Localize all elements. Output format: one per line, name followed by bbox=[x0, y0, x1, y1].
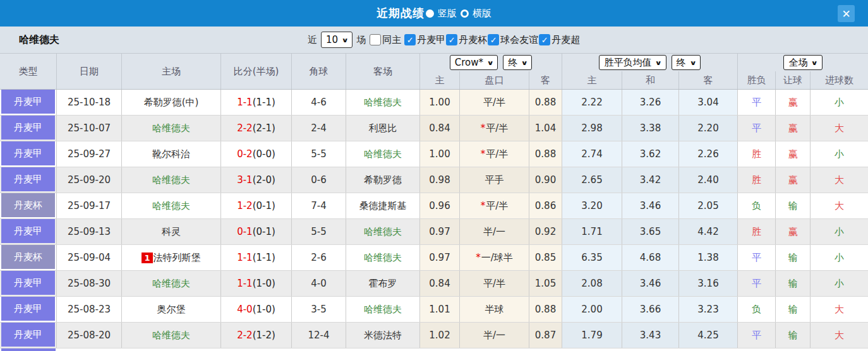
chevron-down-icon: ∨ bbox=[341, 37, 348, 44]
checkbox-checked-icon[interactable]: ✓ bbox=[488, 34, 499, 45]
sub-header-goals: 进球数 bbox=[811, 71, 868, 89]
outcome-result: 胜 bbox=[738, 167, 776, 193]
avg-away-odds: 3.23 bbox=[679, 297, 738, 322]
outcome-result: 胜 bbox=[738, 141, 776, 167]
avg-away-odds: 3.04 bbox=[679, 90, 738, 115]
let-away-odds: 1.05 bbox=[529, 271, 562, 296]
let-home-odds: 0.97 bbox=[420, 245, 460, 270]
league-type-cell: 丹麦杯 bbox=[0, 193, 57, 218]
matches-label: 场 bbox=[356, 34, 366, 46]
handicap-line: 平手 bbox=[460, 167, 529, 193]
home-team: 希勒罗德(中) bbox=[122, 90, 221, 115]
corner-score: 7-4 bbox=[292, 193, 346, 218]
sub-header-avg-home: 主 bbox=[562, 71, 622, 89]
away-team: 米德法特 bbox=[346, 323, 420, 348]
avg-draw-odds: 3.66 bbox=[622, 297, 679, 322]
checkbox-unchecked-icon[interactable] bbox=[370, 34, 381, 45]
radio-horizontal-icon[interactable] bbox=[461, 9, 469, 18]
handicap-result: 输 bbox=[776, 271, 811, 296]
avg-away-odds: 4.25 bbox=[679, 323, 738, 348]
league-filter-0: 同主 bbox=[370, 34, 401, 46]
league-filter-label: 丹麦甲 bbox=[417, 34, 445, 46]
home-team: 1法特列斯堡 bbox=[122, 245, 221, 270]
let-home-odds: 0.97 bbox=[420, 219, 460, 244]
match-date: 25-09-13 bbox=[57, 219, 122, 244]
chevron-down-icon: ∨ bbox=[811, 59, 818, 66]
avg-home-odds: 2.08 bbox=[562, 271, 622, 296]
scope-select[interactable]: 全场∨ bbox=[783, 55, 822, 70]
let-away-odds: 0.86 bbox=[529, 193, 562, 218]
match-date: 25-08-20 bbox=[57, 323, 122, 348]
league-type-badge: 丹麦甲 bbox=[1, 141, 55, 165]
avg-draw-odds: 3.65 bbox=[622, 219, 679, 244]
sub-header-avg-away: 客 bbox=[679, 71, 738, 89]
score-cell: 2-2(2-1) bbox=[221, 116, 292, 141]
let-away-odds: 0.90 bbox=[529, 167, 562, 193]
table-row: 丹麦甲25-08-23奥尔堡4-0(1-0)3-5哈维德夫1.01半球0.882… bbox=[0, 297, 868, 323]
avg-home-odds: 1.71 bbox=[562, 219, 622, 244]
let-away-odds: 1.04 bbox=[529, 116, 562, 141]
score-cell: 2-2(1-2) bbox=[221, 323, 292, 348]
table-row: 丹麦甲25-08-20哈维德夫2-2(1-2)12-4米德法特1.02半/一0.… bbox=[0, 323, 868, 348]
recent-count-select[interactable]: 10∨ bbox=[321, 32, 353, 48]
handicap-result: 赢 bbox=[776, 167, 811, 193]
odds-time-select-1[interactable]: 终∨ bbox=[503, 55, 532, 70]
sub-header-let-home: 主 bbox=[420, 71, 460, 89]
league-type-cell: 丹麦甲 bbox=[0, 141, 57, 167]
chevron-down-icon: ∨ bbox=[655, 59, 662, 66]
let-away-odds: 0.88 bbox=[529, 297, 562, 322]
home-team: 哈维德夫 bbox=[122, 193, 221, 218]
sub-header-let-away: 客 bbox=[529, 71, 562, 89]
results-table: 类型 日期 主场 比分(半场) 角球 客场 Crow*∨ 终∨ 胜平负均值∨ bbox=[0, 53, 868, 351]
score-cell: 3-1(2-0) bbox=[221, 167, 292, 193]
let-home-odds: 0.96 bbox=[420, 193, 460, 218]
league-filter-2: ✓丹麦杯 bbox=[446, 34, 487, 46]
radio-horizontal-label[interactable]: 横版 bbox=[473, 8, 491, 20]
table-row: 丹麦甲25-09-27靴尔科治0-2(0-0)5-5哈维德夫1.00*平/半0.… bbox=[0, 141, 868, 167]
avg-odds-select[interactable]: 胜平负均值∨ bbox=[599, 55, 666, 70]
avg-away-odds: 2.05 bbox=[679, 193, 738, 218]
table-row: 丹麦甲25-10-18希勒罗德(中)1-1(1-1)4-6哈维德夫1.00平/半… bbox=[0, 90, 868, 116]
odds-time-select-2[interactable]: 终∨ bbox=[672, 55, 701, 70]
match-date: 25-09-17 bbox=[57, 193, 122, 218]
odds-company-select[interactable]: Crow*∨ bbox=[450, 55, 498, 70]
chevron-down-icon: ∨ bbox=[689, 59, 696, 66]
let-home-odds: 0.98 bbox=[420, 167, 460, 193]
checkbox-checked-icon[interactable]: ✓ bbox=[539, 34, 550, 45]
header-dropdown-row: Crow*∨ 终∨ 胜平负均值∨ 终∨ 全场∨ bbox=[420, 54, 868, 71]
let-away-odds: 0.87 bbox=[529, 323, 562, 348]
table-row: 丹麦甲25-09-13科灵0-1(0-1)5-5哈维德夫0.97半/一0.921… bbox=[0, 219, 868, 245]
goals-result: 大 bbox=[811, 167, 868, 193]
goals-result: 小 bbox=[811, 271, 868, 296]
goals-result: 大 bbox=[811, 323, 868, 348]
radio-vertical-label[interactable]: 竖版 bbox=[438, 8, 457, 20]
star-icon: * bbox=[481, 122, 486, 134]
goals-result: 小 bbox=[811, 245, 868, 270]
league-type-badge: 丹麦甲 bbox=[1, 167, 55, 191]
score-cell: 4-0(1-0) bbox=[221, 297, 292, 322]
league-filter-label: 丹麦杯 bbox=[459, 34, 487, 46]
away-team: 哈维德夫 bbox=[346, 90, 420, 115]
checkbox-checked-icon[interactable]: ✓ bbox=[404, 34, 416, 45]
away-team: 希勒罗德 bbox=[346, 167, 420, 193]
league-type-badge: 丹麦杯 bbox=[1, 245, 55, 269]
avg-odds-group: 胜平负均值∨ 终∨ bbox=[562, 54, 738, 71]
home-team: 哈维德夫 bbox=[122, 271, 221, 296]
handicap-result: 输 bbox=[776, 245, 811, 270]
close-icon[interactable]: ✕ bbox=[838, 5, 855, 22]
sub-header-outcome: 胜负 bbox=[738, 71, 776, 89]
star-icon: * bbox=[476, 252, 481, 263]
goals-result: 大 bbox=[811, 193, 868, 218]
table-row: 丹麦杯25-09-17哈维德夫1-2(0-1)7-4桑德捷斯基0.96*平/半0… bbox=[0, 193, 868, 219]
checkbox-checked-icon[interactable]: ✓ bbox=[446, 34, 457, 45]
handicap-odds-group: Crow*∨ 终∨ bbox=[420, 54, 562, 71]
avg-away-odds: 3.16 bbox=[679, 271, 738, 296]
outcome-result: 平 bbox=[738, 323, 776, 348]
sub-header-avg-draw: 和 bbox=[622, 71, 679, 89]
league-filter-label: 球会友谊 bbox=[500, 34, 538, 46]
header-corner: 角球 bbox=[292, 54, 346, 89]
radio-vertical-selected-icon[interactable] bbox=[426, 9, 434, 18]
sub-header-row: 主盘口客主和客胜负让球进球数 bbox=[420, 71, 868, 89]
avg-draw-odds: 3.26 bbox=[622, 90, 679, 115]
league-type-badge: 丹麦甲 bbox=[1, 219, 55, 243]
